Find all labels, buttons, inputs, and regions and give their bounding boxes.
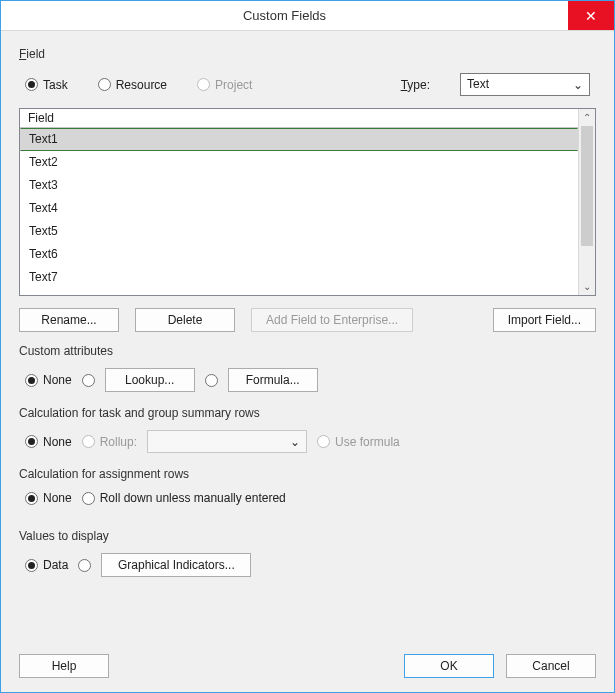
scope-project-label: Project — [215, 78, 252, 92]
lookup-button[interactable]: Lookup... — [105, 368, 195, 392]
footer-row: Help OK Cancel — [19, 640, 596, 678]
ok-button[interactable]: OK — [404, 654, 494, 678]
rename-button[interactable]: Rename... — [19, 308, 119, 332]
scroll-down-icon[interactable]: ⌄ — [579, 278, 595, 295]
radio-icon — [82, 492, 95, 505]
calc-assignment-label: Calculation for assignment rows — [19, 467, 596, 481]
rollup-select — [147, 430, 307, 453]
attr-formula-radio[interactable] — [205, 374, 218, 387]
dialog-body: Field Task Resource Project Type: Text — [1, 31, 614, 692]
calc-summary-useformula-radio: Use formula — [317, 435, 400, 449]
list-item[interactable]: Text5 — [20, 220, 578, 243]
scope-resource-radio[interactable]: Resource — [98, 78, 167, 92]
values-graphical-radio[interactable] — [78, 559, 91, 572]
radio-icon — [197, 78, 210, 91]
custom-attributes-label: Custom attributes — [19, 344, 596, 358]
list-item[interactable]: Text4 — [20, 197, 578, 220]
radio-icon — [82, 374, 95, 387]
calc-summary-label: Calculation for task and group summary r… — [19, 406, 596, 420]
scroll-thumb[interactable] — [581, 126, 593, 246]
type-select[interactable]: Text — [460, 73, 590, 96]
field-buttons-row: Rename... Delete Add Field to Enterprise… — [19, 308, 596, 332]
field-list-items: Text1Text2Text3Text4Text5Text6Text7Text8 — [20, 128, 578, 295]
radio-icon — [25, 435, 38, 448]
values-display-label: Values to display — [19, 529, 596, 543]
scope-resource-label: Resource — [116, 78, 167, 92]
values-display-row: Data Graphical Indicators... — [25, 553, 590, 577]
attr-none-radio[interactable]: None — [25, 373, 72, 387]
custom-attributes-row: None Lookup... Formula... — [25, 368, 590, 392]
field-list-header[interactable]: Field — [20, 109, 578, 128]
window-title: Custom Fields — [1, 1, 568, 30]
field-listbox[interactable]: Field Text1Text2Text3Text4Text5Text6Text… — [19, 108, 596, 296]
field-scope-row: Task Resource Project Type: Text — [25, 73, 590, 96]
list-item[interactable]: Text2 — [20, 151, 578, 174]
scope-task-label: Task — [43, 78, 68, 92]
radio-icon — [78, 559, 91, 572]
formula-button[interactable]: Formula... — [228, 368, 318, 392]
close-button[interactable]: ✕ — [568, 1, 614, 30]
list-item[interactable]: Text3 — [20, 174, 578, 197]
field-group-label: Field — [19, 47, 596, 61]
delete-button[interactable]: Delete — [135, 308, 235, 332]
scroll-up-icon[interactable]: ⌃ — [579, 109, 595, 126]
help-button[interactable]: Help — [19, 654, 109, 678]
attr-lookup-radio[interactable] — [82, 374, 95, 387]
scope-project-radio: Project — [197, 78, 252, 92]
values-data-label: Data — [43, 558, 68, 572]
close-icon: ✕ — [585, 8, 597, 24]
calc-assign-none-radio[interactable]: None — [25, 491, 72, 505]
radio-icon — [25, 78, 38, 91]
radio-icon — [317, 435, 330, 448]
list-item[interactable]: Text6 — [20, 243, 578, 266]
radio-icon — [25, 559, 38, 572]
list-item[interactable]: Text8 — [20, 289, 578, 295]
calc-summary-none-radio[interactable]: None — [25, 435, 72, 449]
calc-summary-row: None Rollup: Use formula — [25, 430, 590, 453]
calc-summary-none-label: None — [43, 435, 72, 449]
calc-assignment-row: None Roll down unless manually entered — [25, 491, 590, 505]
calc-summary-rollup-radio: Rollup: — [82, 435, 137, 449]
calc-assign-rolldown-radio[interactable]: Roll down unless manually entered — [82, 491, 286, 505]
field-list: Field Text1Text2Text3Text4Text5Text6Text… — [20, 109, 578, 295]
list-item[interactable]: Text7 — [20, 266, 578, 289]
calc-assign-none-label: None — [43, 491, 72, 505]
values-data-radio[interactable]: Data — [25, 558, 68, 572]
import-field-button[interactable]: Import Field... — [493, 308, 596, 332]
scope-task-radio[interactable]: Task — [25, 78, 68, 92]
radio-icon — [98, 78, 111, 91]
type-select-value: Text — [467, 77, 489, 91]
radio-icon — [82, 435, 95, 448]
radio-icon — [25, 492, 38, 505]
radio-icon — [205, 374, 218, 387]
calc-summary-rollup-label: Rollup: — [100, 435, 137, 449]
type-label: Type: — [401, 78, 430, 92]
cancel-button[interactable]: Cancel — [506, 654, 596, 678]
graphical-indicators-button[interactable]: Graphical Indicators... — [101, 553, 251, 577]
custom-fields-dialog: Custom Fields ✕ Field Task Resource Proj… — [0, 0, 615, 693]
attr-none-label: None — [43, 373, 72, 387]
list-item[interactable]: Text1 — [20, 128, 578, 151]
add-field-enterprise-button: Add Field to Enterprise... — [251, 308, 413, 332]
scrollbar[interactable]: ⌃ ⌄ — [578, 109, 595, 295]
titlebar: Custom Fields ✕ — [1, 1, 614, 31]
calc-assign-rolldown-label: Roll down unless manually entered — [100, 491, 286, 505]
radio-icon — [25, 374, 38, 387]
calc-summary-useformula-label: Use formula — [335, 435, 400, 449]
